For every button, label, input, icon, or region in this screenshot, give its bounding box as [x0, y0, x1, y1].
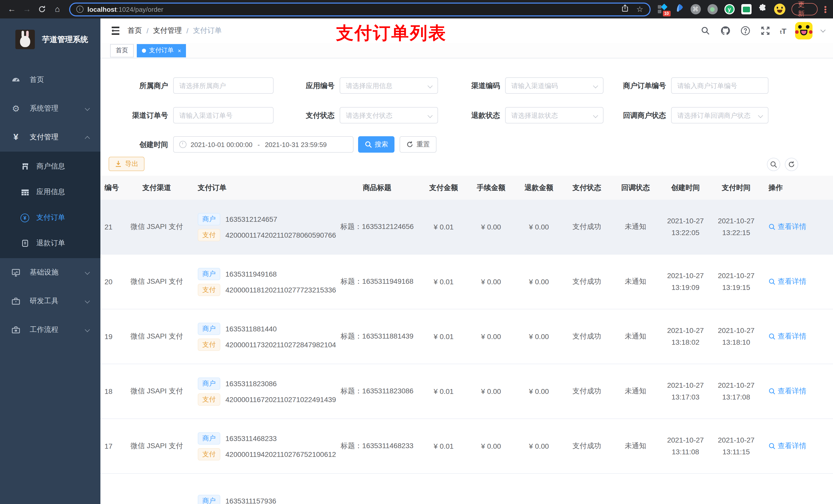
- pay-tag: 支付: [198, 229, 220, 241]
- filter-label-merchant: 所属商户: [112, 77, 168, 94]
- range-start[interactable]: 2021-10-01 00:00:00: [191, 141, 252, 148]
- merchant-tag: 商户: [198, 495, 220, 504]
- pay-tag: 支付: [198, 393, 220, 405]
- channel-code-select[interactable]: [505, 77, 603, 94]
- refund-status-select[interactable]: [505, 107, 603, 123]
- channel-order-input[interactable]: [173, 107, 273, 123]
- range-end[interactable]: 2021-10-31 23:59:59: [265, 141, 327, 148]
- search-icon[interactable]: [700, 25, 711, 37]
- font-size-icon[interactable]: tT: [780, 26, 786, 35]
- orders-table: 编号 支付渠道 支付订单 商品标题 支付金额 手续金额 退款金额 支付状态 回调…: [100, 176, 833, 504]
- sidebar-item-label: 商户信息: [37, 162, 65, 171]
- fullscreen-icon[interactable]: [760, 25, 771, 37]
- chat-extension-icon[interactable]: [741, 4, 751, 14]
- sidebar-item-app-info[interactable]: 应用信息: [0, 179, 100, 205]
- table-grid-icon: [21, 188, 29, 196]
- refresh-table-button[interactable]: [785, 158, 798, 171]
- collapse-sidebar-icon[interactable]: [110, 27, 119, 35]
- table-row[interactable]: 17 微信 JSAPI 支付 商户1635311468233 支付4200001…: [100, 419, 833, 474]
- sidebar-item-payment[interactable]: ¥ 支付管理: [0, 123, 100, 152]
- sidebar-item-workflow[interactable]: 工作流程: [0, 315, 100, 344]
- sidebar-item-devtools[interactable]: 研发工具: [0, 287, 100, 315]
- view-detail-link[interactable]: 查看详情: [768, 222, 806, 231]
- col-header-channel: 支付渠道: [121, 183, 193, 192]
- avatar-caret-icon[interactable]: [820, 27, 826, 32]
- site-info-icon[interactable]: i: [76, 6, 83, 13]
- spinnaker-icon[interactable]: [674, 4, 684, 15]
- notify-status: 未通知: [611, 222, 660, 232]
- forward-icon[interactable]: →: [20, 3, 33, 16]
- sidebar-item-merchant-info[interactable]: 商户信息: [0, 154, 100, 179]
- extension-count-badge: 10: [663, 11, 670, 16]
- sidebar-item-system[interactable]: ⚙ 系统管理: [0, 94, 100, 123]
- github-icon[interactable]: [720, 25, 731, 37]
- puzzle-extensions-icon[interactable]: [758, 4, 767, 15]
- tag-pay-order[interactable]: 支付订单 ×: [137, 44, 186, 57]
- chevron-down-icon: [85, 298, 90, 304]
- sidebar-item-refund-order[interactable]: 退款订单: [0, 231, 100, 256]
- sidebar-item-label: 研发工具: [30, 296, 58, 306]
- sidebar-item-label: 应用信息: [37, 188, 65, 197]
- extensions-area: 10 ⌘ y: [658, 4, 785, 15]
- notify-status-select[interactable]: [671, 107, 768, 123]
- table-header-row: 编号 支付渠道 支付订单 商品标题 支付金额 手续金额 退款金额 支付状态 回调…: [100, 176, 833, 200]
- col-header-fee: 手续金额: [467, 183, 515, 192]
- breadcrumb-home[interactable]: 首页: [127, 26, 142, 35]
- pay-status: 支付成功: [563, 387, 611, 396]
- col-header-refund: 退款金额: [515, 183, 563, 192]
- document-icon: [21, 239, 29, 248]
- y-extension-icon[interactable]: y: [724, 4, 734, 14]
- extension-badge-icon[interactable]: 10: [658, 4, 668, 14]
- app-select[interactable]: [340, 77, 438, 94]
- app-logo-row[interactable]: 芋道管理系统: [0, 19, 100, 58]
- browser-update-button[interactable]: 更新: [791, 3, 818, 15]
- sidebar-item-home[interactable]: 首页: [0, 66, 100, 94]
- close-tab-icon[interactable]: ×: [178, 47, 181, 53]
- merchant-order-input[interactable]: [671, 77, 768, 94]
- home-icon[interactable]: ⌂: [51, 3, 64, 16]
- view-detail-link[interactable]: 查看详情: [768, 332, 806, 341]
- chevron-down-icon: [85, 106, 90, 111]
- browser-menu-icon[interactable]: •••: [823, 5, 828, 13]
- command-extension-icon[interactable]: ⌘: [690, 4, 700, 14]
- table-row[interactable]: 商户1635311157936: [100, 474, 833, 504]
- filter-label-app: 应用编号: [278, 77, 335, 94]
- view-detail-link[interactable]: 查看详情: [768, 441, 806, 451]
- user-avatar[interactable]: [795, 22, 812, 40]
- back-icon[interactable]: ←: [5, 3, 18, 16]
- help-icon[interactable]: [740, 25, 751, 37]
- table-row[interactable]: 20 微信 JSAPI 支付 商户1635311949168 支付4200001…: [100, 255, 833, 309]
- filter-label-notify-status: 回调商户状态: [610, 107, 666, 123]
- sidebar-item-pay-order[interactable]: ¥ 支付订单: [0, 205, 100, 231]
- merchant-input[interactable]: [173, 77, 273, 94]
- notify-status: 未通知: [611, 277, 660, 286]
- reload-icon[interactable]: [35, 3, 49, 16]
- col-header-id: 编号: [100, 183, 121, 192]
- profile-emoji-icon[interactable]: [774, 4, 785, 15]
- url-bar[interactable]: i localhost:1024/pay/order ☆: [69, 2, 650, 16]
- view-detail-link[interactable]: 查看详情: [768, 277, 806, 286]
- reset-button[interactable]: 重置: [400, 136, 436, 153]
- table-row[interactable]: 21 微信 JSAPI 支付 商户1635312124657 支付4200001…: [100, 200, 833, 255]
- share-icon[interactable]: [621, 4, 629, 14]
- breadcrumb-payment[interactable]: 支付管理: [153, 26, 182, 35]
- toggle-search-button[interactable]: [767, 158, 780, 171]
- search-button[interactable]: 搜索: [358, 136, 395, 153]
- export-button[interactable]: 导出: [109, 157, 144, 171]
- pay-status-select[interactable]: [340, 107, 438, 123]
- view-detail-link[interactable]: 查看详情: [768, 386, 806, 396]
- page-title-annotation: 支付订单列表: [336, 22, 447, 45]
- table-row[interactable]: 19 微信 JSAPI 支付 商户1635311881440 支付4200001…: [100, 309, 833, 364]
- create-time-range-input[interactable]: 2021-10-01 00:00:00 - 2021-10-31 23:59:5…: [173, 136, 354, 153]
- pay-status: 支付成功: [563, 277, 611, 286]
- bookmark-star-icon[interactable]: ☆: [636, 5, 643, 14]
- merchant-tag: 商户: [198, 213, 220, 225]
- chevron-up-icon: [85, 136, 90, 141]
- tag-home[interactable]: 首页: [110, 44, 134, 57]
- screen: ← → ⌂ i localhost:1024/pay/order ☆: [0, 0, 833, 504]
- sidebar-item-label: 支付管理: [30, 133, 58, 142]
- sidebar-item-infra[interactable]: 基础设施: [0, 258, 100, 287]
- table-row[interactable]: 18 微信 JSAPI 支付 商户1635311823086 支付4200001…: [100, 364, 833, 419]
- green-dot-extension-icon[interactable]: [707, 4, 717, 14]
- sidebar-item-label: 工作流程: [30, 325, 58, 334]
